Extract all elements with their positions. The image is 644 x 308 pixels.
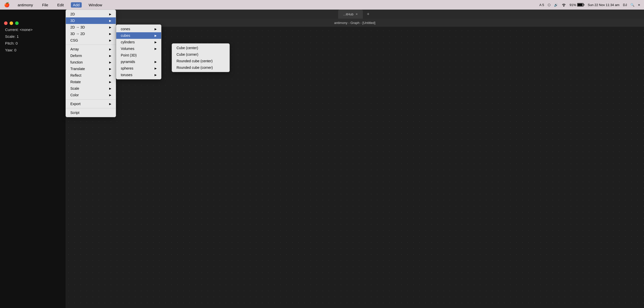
add-menu: 2D ▶ 3D ▶ cones ▶ cubes ▶ Cube (center) xyxy=(66,10,116,117)
menu-item-2d[interactable]: 2D ▶ xyxy=(66,11,116,17)
tab-github[interactable]: ...itHub ✕ xyxy=(338,10,363,19)
tab-label: ...itHub xyxy=(343,12,354,16)
yaw-label: Yaw: 0 xyxy=(5,47,61,53)
tab-close-button[interactable]: ✕ xyxy=(356,13,358,16)
tab-add-button[interactable]: + xyxy=(365,12,372,17)
arrow-icon-scale: ▶ xyxy=(104,87,111,90)
datetime: Sun 22 Nov 11:34 am xyxy=(588,3,620,7)
svg-rect-1 xyxy=(583,4,584,6)
menu-cubes: Cube (center) Cube (corner) Rounded cube… xyxy=(172,43,230,72)
menubar-add[interactable]: Add xyxy=(71,2,82,8)
menu-item-rotate[interactable]: Rotate ▶ xyxy=(66,79,116,85)
volume-icon: 🔊 xyxy=(554,3,558,7)
arrow-icon-translate: ▶ xyxy=(104,67,111,71)
menu-item-rounded-cube-center[interactable]: Rounded cube (center) xyxy=(172,58,229,64)
arrow-icon-csg: ▶ xyxy=(104,39,111,42)
arrow-icon-2d-3d: ▶ xyxy=(104,26,111,29)
menubar-right: A 5 ⬡ 🔊 91% Sun 22 Nov 11:34 am DJ 🔍 ≡ xyxy=(539,3,640,7)
arrow-icon-spheres: ▶ xyxy=(150,67,157,70)
menu-item-translate[interactable]: Translate ▶ xyxy=(66,66,116,72)
menu-item-2d-3d[interactable]: 2D → 3D ▶ xyxy=(66,24,116,30)
separator-3 xyxy=(66,108,116,108)
menu-item-deform[interactable]: Deform ▶ xyxy=(66,52,116,59)
apple-menu-icon[interactable]: 🍎 xyxy=(4,2,10,8)
menu-item-point3d[interactable]: Point (3D) xyxy=(116,52,161,58)
menu-item-export[interactable]: Export ▶ xyxy=(66,101,116,107)
arrow-icon-color: ▶ xyxy=(104,94,111,97)
dj-icon: DJ xyxy=(623,3,627,7)
menubar: 🍎 antimony File Edit Add Window A 5 ⬡ 🔊 … xyxy=(0,0,644,10)
arrow-icon-export: ▶ xyxy=(104,102,111,106)
separator-2 xyxy=(66,99,116,100)
list-icon[interactable]: ≡ xyxy=(638,3,640,7)
window-title-label: antimony - Graph - [Untitled] xyxy=(334,21,375,25)
menu-item-reflect[interactable]: Reflect ▶ xyxy=(66,72,116,79)
svg-rect-2 xyxy=(577,4,582,6)
menu-container: 2D ▶ 3D ▶ cones ▶ cubes ▶ Cube (center) xyxy=(66,10,116,117)
arrow-icon-cubes: ▶ xyxy=(150,34,157,37)
arrow-icon-3d-2d: ▶ xyxy=(104,32,111,36)
wifi-icon xyxy=(562,3,566,7)
arrow-icon-rotate: ▶ xyxy=(104,80,111,84)
menu-item-volumes[interactable]: Volumes ▶ xyxy=(116,45,161,52)
adobe-icon: A 5 xyxy=(539,3,544,7)
arrow-icon-2d: ▶ xyxy=(104,13,111,16)
arrow-icon-toruses: ▶ xyxy=(150,73,157,77)
menu-item-cube-center[interactable]: Cube (center) xyxy=(172,45,229,51)
maximize-button[interactable] xyxy=(15,21,19,25)
arrow-icon-cylinders: ▶ xyxy=(150,41,157,44)
arrow-icon-deform: ▶ xyxy=(104,54,111,57)
arrow-icon-pyramids: ▶ xyxy=(150,60,157,64)
arrow-icon-3d: ▶ xyxy=(104,19,111,22)
menu-item-scale[interactable]: Scale ▶ xyxy=(66,85,116,92)
search-icon[interactable]: 🔍 xyxy=(630,3,634,7)
pitch-label: Pitch: 0 xyxy=(5,40,61,47)
menu-item-pyramids[interactable]: pyramids ▶ xyxy=(116,58,161,65)
menu-item-cones[interactable]: cones ▶ xyxy=(116,26,161,32)
menu-item-cube-corner[interactable]: Cube (corner) xyxy=(172,51,229,58)
menu-item-script[interactable]: Script xyxy=(66,109,116,116)
battery-status: 91% xyxy=(570,3,584,7)
menu-item-cylinders[interactable]: cylinders ▶ xyxy=(116,39,161,45)
separator-1 xyxy=(66,45,116,45)
arrow-icon-volumes: ▶ xyxy=(150,47,157,50)
close-button[interactable] xyxy=(4,21,8,25)
menubar-edit[interactable]: Edit xyxy=(55,2,66,8)
menu-item-color[interactable]: Color ▶ xyxy=(66,92,116,98)
traffic-lights xyxy=(4,21,19,25)
menu-item-toruses[interactable]: toruses ▶ xyxy=(116,72,161,78)
sidebar: Current: <none> Scale: 1 Pitch: 0 Yaw: 0 xyxy=(0,10,66,308)
menu-item-cubes[interactable]: cubes ▶ Cube (center) Cube (corner) Roun… xyxy=(116,32,161,39)
menubar-window[interactable]: Window xyxy=(87,2,104,8)
menu-item-rounded-cube-corner[interactable]: Rounded cube (corner) xyxy=(172,64,229,71)
arrow-icon-cones: ▶ xyxy=(150,27,157,31)
arrow-icon-array: ▶ xyxy=(104,48,111,51)
menu-item-3d[interactable]: 3D ▶ cones ▶ cubes ▶ Cube (center) xyxy=(66,17,116,24)
scale-label: Scale: 1 xyxy=(5,33,61,40)
tab-bar: ...itHub ✕ + xyxy=(66,10,644,19)
menu-item-3d-2d[interactable]: 3D → 2D ▶ xyxy=(66,30,116,37)
arrow-icon-reflect: ▶ xyxy=(104,74,111,77)
dropbox-icon: ⬡ xyxy=(548,3,550,7)
menu-item-spheres[interactable]: spheres ▶ xyxy=(116,65,161,72)
arrow-icon-function: ▶ xyxy=(104,61,111,64)
menu-item-function[interactable]: function ▶ xyxy=(66,59,116,66)
current-label: Current: <none> xyxy=(5,26,61,33)
menu-item-csg[interactable]: CSG ▶ xyxy=(66,37,116,44)
menubar-file[interactable]: File xyxy=(40,2,50,8)
menu-3d: cones ▶ cubes ▶ Cube (center) Cube (corn… xyxy=(116,24,161,79)
menu-item-array[interactable]: Array ▶ xyxy=(66,46,116,52)
minimize-button[interactable] xyxy=(10,21,13,25)
menubar-antimony[interactable]: antimony xyxy=(16,2,35,8)
